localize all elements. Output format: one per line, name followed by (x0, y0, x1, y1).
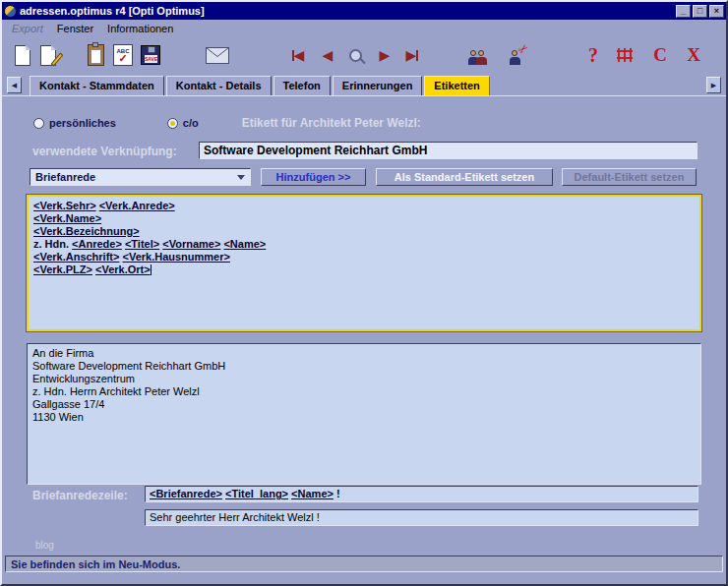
tab-scroll-left-button[interactable]: ◀ (7, 77, 22, 93)
briefanrede-preview-field: Sehr geehrter Herr Architekt Welzl ! (145, 509, 698, 526)
default-etikett-button: Default-Etikett setzen (562, 168, 697, 186)
etikett-type-row: persönliches c/o Etikett für Architekt P… (33, 116, 421, 130)
cut-contact-icon: ✂ (510, 45, 520, 65)
radio-co-label: c/o (183, 117, 199, 129)
first-record-icon: ◀ (292, 48, 305, 62)
verknuepfung-field[interactable]: Software Development Reichhart GmbH (199, 142, 698, 159)
grid-button[interactable] (612, 40, 637, 70)
clear-button[interactable]: C (647, 40, 673, 70)
etikett-preview: An die FirmaSoftware Development Reichha… (27, 343, 701, 485)
tab-scroll-right-button[interactable]: ▶ (706, 77, 721, 93)
template-editor[interactable]: <Verk.Sehr> <Verk.Anrede><Verk.Name><Ver… (27, 195, 701, 331)
titlebar: adressen.optimus r4 [Opti Optimus] _ □ × (2, 2, 726, 20)
tab-erinnerungen[interactable]: Erinnerungen (333, 76, 423, 95)
menu-fenster[interactable]: Fenster (50, 22, 100, 35)
close-button[interactable]: × (709, 5, 724, 18)
menubar: Export Fenster Informationen (2, 20, 726, 36)
new-document-icon (15, 45, 30, 66)
close-icon: × (714, 6, 719, 16)
briefanredezeile-label: Briefanredezeile: (32, 489, 128, 502)
mail-icon (206, 47, 229, 64)
next-record-icon: ▶ (380, 48, 391, 62)
window-controls: _ □ × (676, 5, 724, 18)
contacts-icon (468, 45, 487, 65)
last-record-icon: ▶ (406, 48, 419, 62)
search-record-button[interactable] (342, 40, 368, 70)
combobox-value: Briefanrede (35, 171, 95, 183)
spellcheck-button[interactable]: ABC ✓ (110, 40, 136, 70)
etiketten-panel: persönliches c/o Etikett für Architekt P… (2, 95, 726, 554)
tab-kontakt-stammdaten[interactable]: Kontakt - Stammdaten (30, 76, 164, 95)
contacts-button[interactable] (464, 40, 490, 70)
status-bar: Sie befinden sich im Neu-Modus. (5, 556, 723, 572)
search-icon (349, 49, 362, 62)
first-record-button[interactable]: ◀ (285, 40, 311, 70)
mail-button[interactable] (205, 40, 230, 70)
window-title: adressen.optimus r4 [Opti Optimus] (20, 5, 673, 17)
help-button[interactable]: ? (580, 40, 606, 70)
verknuepfung-label: verwendete Verknüpfung: (32, 145, 177, 158)
toolbar: ABC ✓ SAVE ◀ ◀ ▶ ▶ (2, 36, 726, 74)
tab-etiketten[interactable]: Etiketten (424, 76, 489, 95)
edit-document-button[interactable] (35, 40, 61, 70)
template-combobox[interactable]: Briefanrede (30, 168, 251, 186)
pencil-icon (51, 52, 64, 66)
cut-contact-button[interactable]: ✂ (502, 40, 527, 70)
blog-label: blog (35, 540, 54, 551)
last-record-button[interactable]: ▶ (399, 40, 425, 70)
save-icon: SAVE (141, 45, 160, 65)
clipboard-icon (88, 44, 104, 66)
radio-persoenliches[interactable] (33, 118, 44, 129)
maximize-icon: □ (698, 6, 702, 16)
etikett-fuer-label: Etikett für Architekt Peter Welzl: (242, 116, 421, 130)
new-document-button[interactable] (10, 40, 35, 70)
grid-icon (616, 47, 634, 63)
close-record-button[interactable]: X (681, 40, 706, 70)
app-icon[interactable] (4, 5, 17, 18)
tab-kontakt-details[interactable]: Kontakt - Details (166, 76, 272, 95)
minimize-button[interactable]: _ (676, 5, 691, 18)
minimize-icon: _ (681, 6, 686, 16)
paste-button[interactable] (83, 40, 108, 70)
clear-icon: C (653, 44, 667, 66)
menu-export: Export (5, 22, 50, 35)
check-icon: ✓ (118, 54, 127, 63)
maximize-button[interactable]: □ (693, 5, 707, 18)
chevron-down-icon (237, 175, 245, 180)
status-text: Sie befinden sich im Neu-Modus. (11, 558, 180, 570)
previous-record-icon: ◀ (323, 48, 334, 62)
chevron-left-icon: ◀ (12, 82, 17, 89)
tab-bar: ◀ Kontakt - Stammdaten Kontakt - Details… (2, 74, 726, 95)
menu-informationen[interactable]: Informationen (100, 22, 180, 35)
next-record-button[interactable]: ▶ (372, 40, 397, 70)
close-record-icon: X (687, 44, 700, 66)
radio-co[interactable] (167, 118, 178, 129)
app-window: adressen.optimus r4 [Opti Optimus] _ □ ×… (0, 0, 728, 586)
edit-document-icon (40, 45, 56, 66)
previous-record-button[interactable]: ◀ (315, 40, 340, 70)
als-standard-etikett-button[interactable]: Als Standard-Etikett setzen (376, 168, 553, 186)
save-button[interactable]: SAVE (138, 40, 163, 70)
radio-persoenliches-label: persönliches (49, 117, 116, 129)
help-icon: ? (588, 44, 598, 67)
tab-telefon[interactable]: Telefon (273, 76, 331, 95)
briefanredezeile-field[interactable]: <Briefanrede> <Titel_lang> <Name> ! (145, 486, 698, 502)
hinzufuegen-button[interactable]: Hinzufügen >> (261, 168, 366, 186)
chevron-right-icon: ▶ (711, 82, 716, 89)
spellcheck-icon: ABC ✓ (113, 44, 133, 66)
